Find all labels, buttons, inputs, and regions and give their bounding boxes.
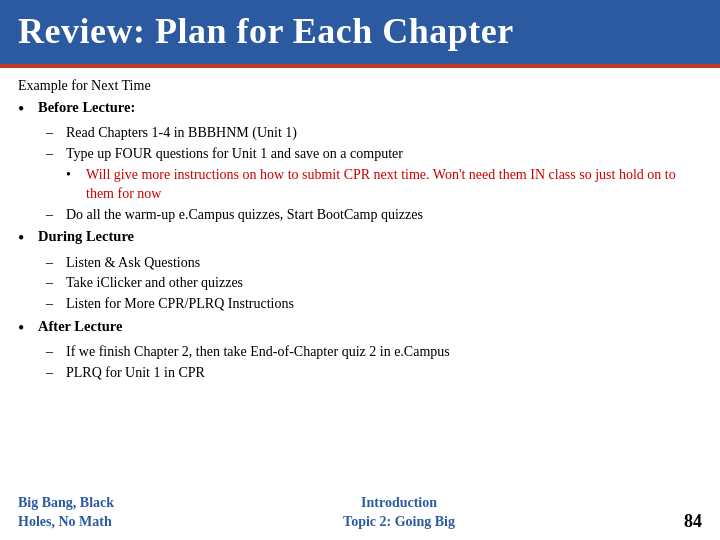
main-bullet-before: • Before Lecture:: [18, 98, 702, 121]
sub-item-text: If we finish Chapter 2, then take End-of…: [66, 342, 450, 362]
dash-icon: –: [46, 363, 62, 383]
footer-left-line2: Holes, No Math: [18, 512, 114, 532]
during-lecture-label: During Lecture: [38, 227, 134, 247]
list-item: – PLRQ for Unit 1 in CPR: [46, 363, 702, 383]
sub-bullet-icon: •: [66, 165, 82, 185]
list-item: – Listen for More CPR/PLRQ Instructions: [46, 294, 702, 314]
after-lecture-subitems: – If we finish Chapter 2, then take End-…: [46, 342, 702, 382]
dash-icon: –: [46, 273, 62, 293]
header: Review: Plan for Each Chapter: [0, 0, 720, 68]
bullet-dot-before: •: [18, 98, 36, 121]
dash-icon: –: [46, 205, 62, 225]
list-item: – Type up FOUR questions for Unit 1 and …: [46, 144, 702, 164]
list-item: – If we finish Chapter 2, then take End-…: [46, 342, 702, 362]
dash-icon: –: [46, 144, 62, 164]
footer-center: Introduction Topic 2: Going Big: [343, 493, 455, 532]
sub-item-text: Read Chapters 1-4 in BBBHNM (Unit 1): [66, 123, 297, 143]
section-after-lecture: • After Lecture – If we finish Chapter 2…: [18, 317, 702, 383]
section-before-lecture: • Before Lecture: – Read Chapters 1-4 in…: [18, 98, 702, 224]
bullet-dot-after: •: [18, 317, 36, 340]
list-item: – Take iClicker and other quizzes: [46, 273, 702, 293]
sub-item-text: Type up FOUR questions for Unit 1 and sa…: [66, 144, 403, 164]
bullet-dot-during: •: [18, 227, 36, 250]
list-item: – Listen & Ask Questions: [46, 253, 702, 273]
dash-icon: –: [46, 294, 62, 314]
sub-item-text: Do all the warm-up e.Campus quizzes, Sta…: [66, 205, 423, 225]
footer-center-line2: Topic 2: Going Big: [343, 512, 455, 532]
footer-left: Big Bang, Black Holes, No Math: [18, 493, 114, 532]
sub-item-text: PLRQ for Unit 1 in CPR: [66, 363, 205, 383]
dash-icon: –: [46, 253, 62, 273]
page-title: Review: Plan for Each Chapter: [18, 10, 702, 52]
sub-item-text: Listen & Ask Questions: [66, 253, 200, 273]
list-item: – Read Chapters 1-4 in BBBHNM (Unit 1): [46, 123, 702, 143]
list-item: • Will give more instructions on how to …: [66, 165, 702, 204]
dash-icon: –: [46, 342, 62, 362]
dash-icon: –: [46, 123, 62, 143]
footer: Big Bang, Black Holes, No Math Introduct…: [0, 493, 720, 532]
footer-center-line1: Introduction: [343, 493, 455, 513]
main-bullet-after: • After Lecture: [18, 317, 702, 340]
sub-item-text: Take iClicker and other quizzes: [66, 273, 243, 293]
list-item: – Do all the warm-up e.Campus quizzes, S…: [46, 205, 702, 225]
after-lecture-label: After Lecture: [38, 317, 122, 337]
before-lecture-label: Before Lecture:: [38, 98, 135, 118]
main-content: Example for Next Time • Before Lecture: …: [0, 68, 720, 393]
section-during-lecture: • During Lecture – Listen & Ask Question…: [18, 227, 702, 313]
before-lecture-subitems: – Read Chapters 1-4 in BBBHNM (Unit 1) –…: [46, 123, 702, 224]
red-instruction-text: Will give more instructions on how to su…: [86, 165, 702, 204]
main-bullet-during: • During Lecture: [18, 227, 702, 250]
footer-left-line1: Big Bang, Black: [18, 493, 114, 513]
footer-page-number: 84: [684, 511, 702, 532]
example-label: Example for Next Time: [18, 78, 702, 94]
sub-item-text: Listen for More CPR/PLRQ Instructions: [66, 294, 294, 314]
during-lecture-subitems: – Listen & Ask Questions – Take iClicker…: [46, 253, 702, 314]
sub-sub-items: • Will give more instructions on how to …: [66, 165, 702, 204]
